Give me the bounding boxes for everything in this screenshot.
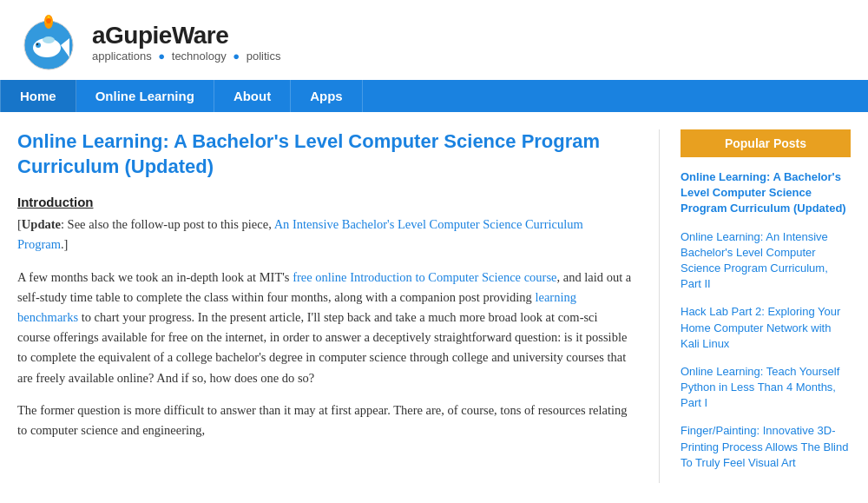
- article-paragraph-2: A few months back we took an in-depth lo…: [17, 268, 633, 388]
- popular-post-3-link[interactable]: Hack Lab Part 2: Exploring Your Home Com…: [681, 305, 840, 349]
- svg-point-3: [36, 43, 41, 48]
- tagline-part-3: politics: [247, 50, 281, 63]
- popular-post-5-link[interactable]: Finger/Painting: Innovative 3D-Printing …: [681, 424, 848, 468]
- nav-item-online-learning[interactable]: Online Learning: [76, 80, 214, 112]
- article-paragraph-3: The former question is more difficult to…: [17, 400, 633, 440]
- intro-heading: Introduction: [17, 195, 633, 209]
- dot-2: ●: [233, 50, 240, 63]
- mit-course-link[interactable]: free online Introduction to Computer Sci…: [293, 270, 556, 284]
- curriculum-link[interactable]: An Intensive Bachelor's Level Computer S…: [17, 217, 583, 251]
- popular-post-1: Online Learning: A Bachelor's Level Comp…: [681, 169, 851, 217]
- tagline-part-2: technology: [172, 50, 227, 63]
- nav-item-about[interactable]: About: [214, 80, 291, 112]
- site-tagline: applications ● technology ● politics: [92, 50, 281, 63]
- popular-post-5: Finger/Painting: Innovative 3D-Printing …: [681, 423, 851, 471]
- site-header: aGupieWare applications ● technology ● p…: [0, 0, 868, 80]
- site-logo: [17, 10, 80, 73]
- article-title: Online Learning: A Bachelor's Level Comp…: [17, 129, 633, 179]
- popular-post-1-link[interactable]: Online Learning: A Bachelor's Level Comp…: [681, 170, 846, 215]
- svg-point-5: [43, 36, 55, 43]
- popular-post-2-link[interactable]: Online Learning: An Intensive Bachelor's…: [681, 230, 828, 291]
- site-title-area: aGupieWare applications ● technology ● p…: [92, 22, 281, 63]
- popular-post-2: Online Learning: An Intensive Bachelor's…: [681, 229, 851, 293]
- sidebar: Popular Posts Online Learning: A Bachelo…: [660, 129, 851, 483]
- popular-post-4-link[interactable]: Online Learning: Teach Yourself Python i…: [681, 365, 839, 409]
- update-label: Update: [22, 217, 61, 231]
- popular-post-3: Hack Lab Part 2: Exploring Your Home Com…: [681, 304, 851, 352]
- benchmarks-link[interactable]: learning benchmarks: [17, 290, 576, 324]
- svg-point-4: [36, 43, 38, 45]
- popular-posts-header: Popular Posts: [681, 129, 851, 157]
- main-nav: Home Online Learning About Apps: [0, 80, 868, 112]
- site-name: aGupieWare: [92, 22, 281, 50]
- popular-post-4: Online Learning: Teach Yourself Python i…: [681, 364, 851, 412]
- article-paragraph-1: [Update: See also the follow-up post to …: [17, 215, 633, 255]
- nav-item-apps[interactable]: Apps: [291, 80, 363, 112]
- tagline-part-1: applications: [92, 50, 152, 63]
- main-layout: Online Learning: A Bachelor's Level Comp…: [0, 112, 868, 500]
- nav-item-home[interactable]: Home: [0, 80, 76, 112]
- svg-point-8: [46, 18, 51, 23]
- article: Online Learning: A Bachelor's Level Comp…: [17, 129, 660, 483]
- logo-area: [17, 10, 80, 73]
- dot-1: ●: [158, 50, 165, 63]
